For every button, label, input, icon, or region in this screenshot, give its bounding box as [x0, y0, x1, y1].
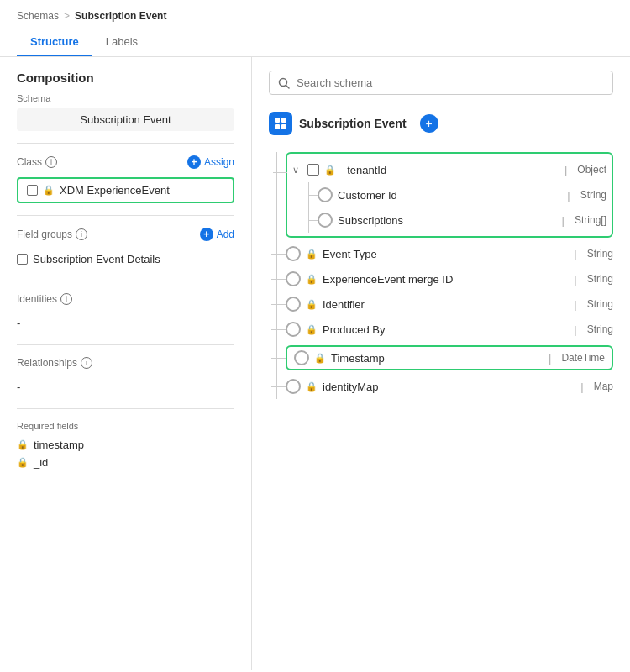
field-group-item[interactable]: Subscription Event Details — [17, 249, 234, 269]
field-groups-info-icon[interactable]: i — [76, 228, 87, 240]
identities-label-group: Identities i — [17, 293, 72, 305]
identity-map-row[interactable]: 🔒 identityMap | Map — [286, 374, 613, 399]
hline-eventtype — [271, 254, 286, 255]
identifier-label: Identifier — [323, 298, 564, 311]
subscriptions-circle — [318, 213, 333, 228]
relationships-label-group: Relationships i — [17, 357, 92, 369]
hline-subscriptions — [308, 220, 318, 221]
customer-id-type: String — [580, 189, 606, 201]
event-type-label: Event Type — [323, 248, 564, 260]
produced-by-lock: 🔒 — [306, 324, 318, 335]
experience-event-circle — [286, 271, 301, 286]
tenant-id-group: ∨ 🔒 _tenantId | Object — [286, 152, 613, 238]
add-label: Add — [217, 228, 234, 240]
timestamp-sep: | — [549, 352, 551, 365]
timestamp-label: Timestamp — [331, 352, 538, 365]
tenant-id-label: _tenantId — [341, 164, 554, 176]
class-lock-icon: 🔒 — [43, 185, 55, 196]
timestamp-circle — [294, 350, 309, 365]
svg-rect-3 — [281, 118, 286, 123]
divider-2 — [17, 215, 234, 216]
divider-3 — [17, 281, 234, 281]
experience-event-row[interactable]: 🔒 ExperienceEvent merge ID | String — [286, 266, 613, 291]
field-group-label: Subscription Event Details — [33, 253, 160, 265]
schema-svg-icon — [274, 117, 287, 130]
subscriptions-row[interactable]: Subscriptions | String[] — [318, 207, 606, 233]
tenant-id-type: Object — [577, 164, 606, 176]
timestamp-row[interactable]: 🔒 Timestamp | DateTime — [286, 345, 613, 370]
divider-4 — [17, 344, 234, 345]
schema-value: Subscription Event — [17, 108, 234, 131]
class-item[interactable]: 🔒 XDM ExperienceEvent — [17, 177, 234, 203]
customer-id-label: Customer Id — [338, 189, 557, 202]
breadcrumb: Schemas > Subscription Event — [17, 10, 613, 22]
required-fields-label: Required fields — [17, 421, 234, 431]
assign-button[interactable]: + Assign — [187, 155, 234, 169]
class-item-label: XDM ExperienceEvent — [60, 184, 170, 197]
experience-event-type: String — [587, 273, 613, 285]
produced-by-row[interactable]: 🔒 Produced By | String — [286, 317, 613, 342]
identity-map-sep: | — [580, 381, 583, 393]
class-info-icon[interactable]: i — [45, 156, 57, 168]
tenant-id-lock: 🔒 — [324, 165, 336, 176]
event-type-lock: 🔒 — [306, 249, 318, 260]
hline-timestamp — [271, 358, 286, 359]
event-type-row[interactable]: 🔒 Event Type | String — [286, 241, 613, 266]
class-label: Class — [17, 156, 42, 168]
class-label-group: Class i — [17, 156, 57, 168]
breadcrumb-parent[interactable]: Schemas — [17, 10, 59, 22]
identifier-row[interactable]: 🔒 Identifier | String — [286, 291, 613, 317]
class-section-header: Class i + Assign — [17, 155, 234, 169]
add-field-group-button[interactable]: + Add — [200, 228, 234, 241]
class-checkbox[interactable] — [27, 185, 38, 196]
tab-bar: Structure Labels — [17, 29, 613, 56]
required-lock-icon-1: 🔒 — [17, 439, 29, 450]
relationships-section-header: Relationships i — [17, 357, 234, 369]
identities-info-icon[interactable]: i — [60, 293, 72, 305]
subscriptions-sep: | — [562, 214, 564, 227]
experience-event-sep: | — [574, 273, 576, 286]
vline-main — [276, 152, 277, 399]
produced-by-label: Produced By — [323, 323, 564, 336]
event-type-circle — [286, 246, 301, 261]
tab-structure[interactable]: Structure — [17, 29, 92, 56]
assign-label: Assign — [204, 156, 234, 168]
customer-id-row[interactable]: Customer Id | String — [318, 182, 606, 207]
schema-tree: ∨ 🔒 _tenantId | Object — [269, 152, 613, 399]
timestamp-lock: 🔒 — [314, 353, 326, 364]
field-groups-label: Field groups — [17, 228, 72, 240]
event-type-sep: | — [574, 248, 576, 260]
identities-section-header: Identities i — [17, 293, 234, 305]
experience-event-lock: 🔒 — [306, 274, 318, 285]
required-fields-list: 🔒 timestamp 🔒 _id — [17, 436, 234, 471]
identity-map-circle — [286, 379, 301, 394]
hline-experience — [271, 279, 286, 280]
search-bar[interactable] — [269, 71, 613, 95]
tenant-children: Customer Id | String Subscriptions | Str… — [318, 182, 606, 233]
vline-tenant — [308, 182, 309, 233]
svg-rect-2 — [275, 118, 280, 123]
tree-root-row: Subscription Event + — [269, 108, 613, 149]
search-input[interactable] — [297, 76, 604, 89]
right-panel: Subscription Event + ∨ 🔒 — [252, 57, 630, 670]
identifier-circle — [286, 297, 301, 312]
tree-add-button[interactable]: + — [420, 114, 438, 133]
produced-by-circle — [286, 322, 301, 337]
tab-labels[interactable]: Labels — [92, 29, 151, 56]
tree-root-label: Subscription Event — [299, 117, 407, 130]
required-item-timestamp: 🔒 timestamp — [17, 436, 234, 454]
svg-line-1 — [286, 85, 290, 88]
customer-id-circle — [318, 187, 333, 202]
tenant-id-chevron[interactable]: ∨ — [292, 165, 302, 176]
field-group-checkbox[interactable] — [17, 254, 28, 265]
tenant-id-row[interactable]: ∨ 🔒 _tenantId | Object — [292, 157, 606, 182]
breadcrumb-current: Subscription Event — [75, 10, 166, 22]
relationships-info-icon[interactable]: i — [81, 357, 92, 369]
relationships-value: - — [17, 377, 234, 396]
relationships-label: Relationships — [17, 357, 77, 369]
main-layout: Composition Schema Subscription Event Cl… — [0, 57, 630, 670]
tenant-id-square — [307, 164, 319, 176]
event-type-type: String — [587, 248, 613, 260]
field-groups-section-header: Field groups i + Add — [17, 228, 234, 241]
field-groups-label-group: Field groups i — [17, 228, 87, 240]
